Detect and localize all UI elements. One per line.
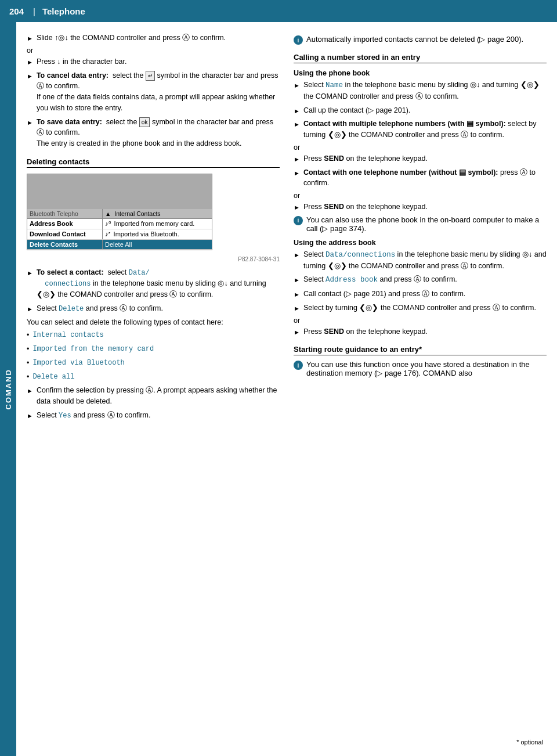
cancel-entry-text: To cancel data entry: select the ↵ symbo… [37, 70, 280, 114]
contact-type-all: • Delete all [27, 372, 280, 383]
route-info-text: You can use this function once you have … [306, 360, 547, 377]
right-column: i Automatically imported contacts cannot… [294, 33, 547, 424]
contact-multiple-bullet: ► Contact with multiple telephone number… [294, 118, 547, 141]
select-contact-text: To select a contact: select Data/ connec… [37, 267, 280, 300]
confirm-selection-bullet: ► Confirm the selection by pressing Ⓐ. A… [27, 385, 280, 407]
arrow-icon-r3: ► [294, 120, 300, 129]
slide-text: Slide ↑◎↓ the COMAND controller and pres… [37, 33, 226, 44]
press-text: Press ↓ in the character bar. [37, 56, 127, 67]
press-send-2-text: Press SEND on the telephone keypad. [303, 201, 428, 213]
select-address-book-bullet: ► Select Address book and press Ⓐ to con… [294, 274, 547, 286]
select-name-bullet: ► Select Name in the telephone basic men… [294, 80, 547, 102]
select-data-text: Select Data/connections in the telephone… [303, 249, 547, 272]
call-up-contact-text: Call up the contact (▷ page 201). [303, 105, 410, 116]
main-content: ► Slide ↑◎↓ the COMAND controller and pr… [16, 22, 557, 434]
select-data-bullet: ► Select Data/connections in the telepho… [294, 249, 547, 272]
row-col1-address: Address Book [27, 219, 103, 229]
cancel-entry-bullet: ► To cancel data entry: select the ↵ sym… [27, 70, 280, 114]
confirm-selection-text: Confirm the selection by pressing Ⓐ. A p… [37, 385, 280, 407]
row-col2-download: ♪ʳ Imported via Bluetooth. [103, 229, 212, 239]
dot-icon-3: • [27, 358, 29, 369]
contact-type-all-label: Delete all [32, 372, 74, 382]
contact-one-bullet: ► Contact with one telephone number (wit… [294, 167, 547, 189]
calling-number-heading: Calling a number stored in an entry [294, 53, 547, 63]
or-separator-r1: or [294, 143, 547, 152]
phone-book-row-download: Download Contact ♪ʳ Imported via Bluetoo… [27, 229, 212, 240]
row-col2-address: ♪⁰ Imported from memory card. [103, 219, 212, 229]
row-col2-delete: Delete All [103, 240, 212, 249]
select-address-book-text: Select Address book and press Ⓐ to confi… [303, 274, 457, 286]
dot-icon-1: • [27, 330, 29, 341]
page-title: Telephone [42, 6, 85, 16]
phone-book-row-delete: Delete Contacts Delete All [27, 240, 212, 250]
phone-book-info-text: You can also use the phone book in the o… [306, 215, 547, 233]
contact-type-bluetooth: • Imported via Bluetooth [27, 358, 280, 369]
arrow-icon-r1: ► [294, 81, 300, 91]
press-send-1-bullet: ► Press SEND on the telephone keypad. [294, 153, 547, 164]
select-delete-bullet: ► Select Delete and press Ⓐ to confirm. [27, 303, 280, 314]
select-by-turning-bullet: ► Select by turning ❮◎❯ the COMAND contr… [294, 303, 547, 314]
screenshot-top-grey [27, 174, 212, 209]
contact-multiple-text: Contact with multiple telephone numbers … [303, 118, 547, 141]
contact-type-bluetooth-label: Imported via Bluetooth [32, 358, 124, 368]
press-bullet: ► Press ↓ in the character bar. [27, 56, 280, 67]
arrow-icon-r10: ► [294, 304, 300, 314]
save-entry-bullet: ► To save data entry: select the ok symb… [27, 117, 280, 149]
press-send-3-text: Press SEND on the telephone keypad. [303, 326, 428, 337]
select-name-text: Select Name in the telephone basic menu … [303, 80, 547, 102]
contact-type-internal-label: Internal contacts [32, 330, 103, 340]
col2-header: ▲ Internal Contacts [103, 209, 212, 218]
slide-bullet: ► Slide ↑◎↓ the COMAND controller and pr… [27, 33, 280, 44]
arrow-icon-r5: ► [294, 168, 300, 178]
sidebar-label: COMAND [4, 369, 13, 410]
arrow-icon: ► [27, 34, 33, 44]
call-up-contact-bullet: ► Call up the contact (▷ page 201). [294, 105, 547, 116]
sidebar: COMAND [0, 22, 16, 756]
or-separator-r2: or [294, 192, 547, 200]
phone-book-screenshot: Bluetooth Telepho ▲ Internal Contacts Ad… [27, 174, 212, 250]
row-col1-delete: Delete Contacts [27, 240, 103, 249]
info-icon-2: i [294, 216, 303, 225]
contact-type-internal: • Internal contacts [27, 330, 280, 341]
contact-one-text: Contact with one telephone number (witho… [303, 167, 547, 189]
image-caption: P82.87-3084-31 [27, 256, 280, 262]
dot-icon-4: • [27, 372, 29, 383]
contact-type-memory-label: Imported from the memory card [32, 344, 154, 354]
footer-note: * optional [516, 739, 543, 746]
or-separator-1: or [27, 46, 280, 55]
arrow-icon-4: ► [27, 118, 33, 128]
header-bar: 204 | Telephone [0, 0, 557, 22]
arrow-icon-r6: ► [294, 203, 300, 213]
arrow-icon-8: ► [27, 411, 33, 421]
contact-types-intro: You can select and delete the following … [27, 317, 280, 328]
or-separator-r3: or [294, 316, 547, 325]
auto-import-text: Automatically imported contacts cannot b… [306, 35, 523, 44]
row-col1-download: Download Contact [27, 229, 103, 239]
arrow-icon-r4: ► [294, 154, 300, 164]
arrow-icon-7: ► [27, 386, 33, 396]
phone-book-info-box: i You can also use the phone book in the… [294, 215, 547, 233]
dot-icon-2: • [27, 344, 29, 355]
left-column: ► Slide ↑◎↓ the COMAND controller and pr… [27, 33, 280, 424]
press-send-2-bullet: ► Press SEND on the telephone keypad. [294, 201, 547, 213]
contact-type-memory: • Imported from the memory card [27, 344, 280, 355]
arrow-icon-3: ► [27, 71, 33, 81]
arrow-icon-r9: ► [294, 290, 300, 300]
arrow-icon-r11: ► [294, 327, 300, 337]
phone-book-header-row: Bluetooth Telepho ▲ Internal Contacts [27, 209, 212, 219]
select-contact-bullet: ► To select a contact: select Data/ conn… [27, 267, 280, 300]
select-yes-bullet: ► Select Yes and press Ⓐ to confirm. [27, 410, 280, 421]
arrow-icon-2: ► [27, 57, 33, 67]
using-address-book-heading: Using the address book [294, 239, 547, 247]
arrow-icon-6: ► [27, 304, 33, 314]
select-by-turning-text: Select by turning ❮◎❯ the COMAND control… [303, 303, 536, 314]
phone-book-row-address: Address Book ♪⁰ Imported from memory car… [27, 219, 212, 229]
auto-import-info: i Automatically imported contacts cannot… [294, 35, 547, 45]
deleting-contacts-heading: Deleting contacts [27, 157, 280, 168]
footer-note-text: * optional [516, 739, 543, 746]
save-entry-text: To save data entry: select the ok symbol… [37, 117, 280, 149]
col1-header: Bluetooth Telepho [27, 209, 103, 218]
press-send-3-bullet: ► Press SEND on the telephone keypad. [294, 326, 547, 337]
info-icon-1: i [294, 35, 303, 45]
call-contact-bullet: ► Call contact (▷ page 201) and press Ⓐ … [294, 289, 547, 300]
